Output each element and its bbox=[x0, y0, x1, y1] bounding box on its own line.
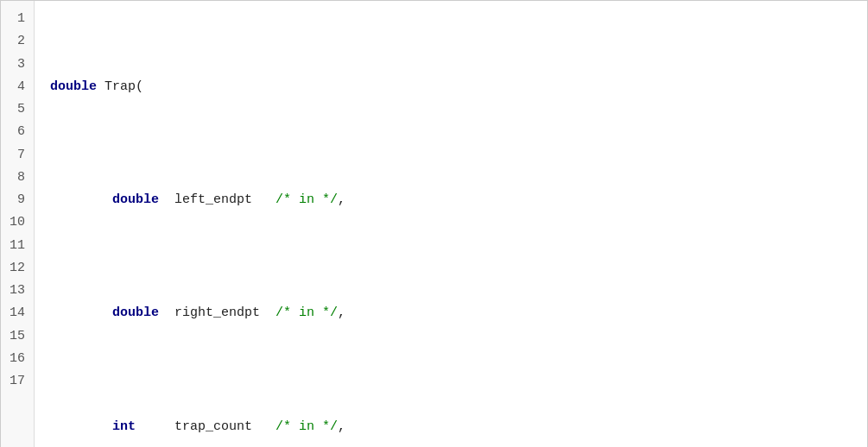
code-container: 1 2 3 4 5 6 7 8 9 10 11 12 13 14 15 16 1… bbox=[0, 0, 868, 447]
line-num-2: 2 bbox=[10, 30, 25, 53]
line-num-7: 7 bbox=[10, 144, 25, 167]
line-num-11: 11 bbox=[10, 235, 25, 257]
line-num-3: 3 bbox=[10, 54, 25, 76]
line-num-16: 16 bbox=[10, 348, 25, 370]
code-line-3: double right_endpt /* in */, bbox=[50, 302, 852, 324]
line-num-6: 6 bbox=[10, 121, 25, 143]
line-num-17: 17 bbox=[10, 370, 25, 393]
line-num-5: 5 bbox=[10, 98, 25, 121]
line-num-12: 12 bbox=[10, 257, 25, 280]
line-num-15: 15 bbox=[10, 325, 25, 348]
line-num-10: 10 bbox=[10, 211, 25, 234]
code-line-1: double Trap( bbox=[50, 76, 852, 98]
code-body: double Trap( double left_endpt /* in */,… bbox=[35, 1, 867, 447]
line-num-14: 14 bbox=[10, 302, 25, 324]
line-num-1: 1 bbox=[10, 8, 25, 30]
line-num-9: 9 bbox=[10, 189, 25, 211]
line-num-8: 8 bbox=[10, 167, 25, 189]
code-line-2: double left_endpt /* in */, bbox=[50, 189, 852, 211]
line-num-4: 4 bbox=[10, 76, 25, 98]
code-line-4: int trap_count /* in */, bbox=[50, 416, 852, 438]
line-numbers: 1 2 3 4 5 6 7 8 9 10 11 12 13 14 15 16 1… bbox=[1, 1, 35, 447]
line-num-13: 13 bbox=[10, 280, 25, 302]
